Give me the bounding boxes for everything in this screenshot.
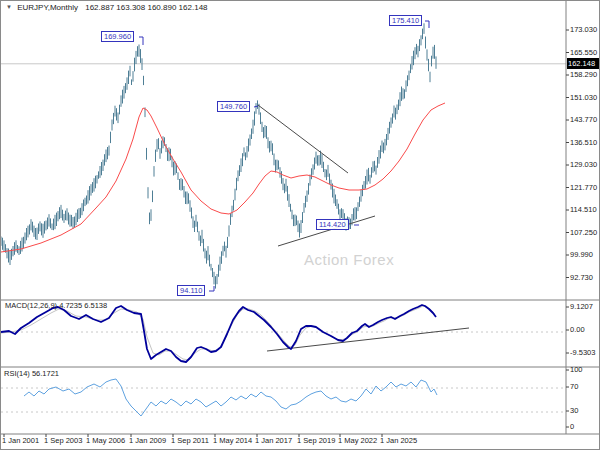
tag-connector	[425, 21, 429, 28]
macd-axis-label: 0.00	[570, 326, 585, 334]
price-tag[interactable]: 94.110	[177, 285, 205, 296]
symbol-dropdown-icon[interactable]: ▼	[6, 4, 12, 10]
price-axis-label: 143.770	[570, 116, 597, 124]
time-axis-label: 1 May 2022	[338, 437, 377, 445]
chart-title: ▼ EURJPY,Monthly 162.887 163.308 160.890…	[6, 3, 208, 12]
time-axis-label: 1 Jan 2001	[2, 437, 39, 445]
price-axis-label: 92.730	[570, 274, 593, 282]
rsi-line	[24, 379, 437, 416]
time-axis-label: 1 Jan 2017	[255, 437, 292, 445]
chart-window: ▼ EURJPY,Monthly 162.887 163.308 160.890…	[0, 0, 600, 450]
moving-average-line	[1, 103, 445, 252]
time-axis-label: 1 Sep 2011	[171, 437, 209, 445]
rsi-axis-label: 30	[570, 407, 578, 415]
macd-axis-label: 9.1207	[570, 303, 593, 311]
price-axis-label: 165.550	[570, 49, 597, 57]
rsi-indicator-label: RSI(14) 56.1721	[4, 369, 59, 378]
price-axis-label: 136.510	[570, 139, 597, 147]
current-price-tag: 162.148	[567, 58, 600, 69]
price-axis-label: 99.990	[570, 251, 593, 259]
symbol-period-label: EURJPY,Monthly	[17, 3, 78, 12]
macd-signal-line	[1, 306, 435, 360]
price-axis-label: 151.030	[570, 94, 597, 102]
chart-canvas[interactable]	[1, 1, 600, 450]
tag-connector	[209, 286, 214, 291]
price-axis-label: 129.030	[570, 161, 597, 169]
time-axis-label: 1 May 2006	[86, 437, 125, 445]
price-tag[interactable]: 169.960	[101, 31, 134, 42]
price-axis-label: 173.030	[570, 26, 597, 34]
time-axis-label: 1 Jan 2009	[129, 437, 166, 445]
macd-indicator-label: MACD(12,26,9) 4.7235 6.5138	[5, 301, 107, 310]
rsi-axis-label: 0	[570, 423, 574, 431]
macd-line	[1, 305, 436, 362]
price-axis-label: 107.250	[570, 229, 597, 237]
price-tag[interactable]: 149.760	[217, 101, 250, 112]
price-axis-label: 114.510	[570, 206, 597, 214]
rsi-axis-label: 100	[570, 366, 583, 374]
macd-axis-label: -9.5303	[570, 349, 595, 357]
price-axis-label: 158.290	[570, 71, 597, 79]
rsi-axis-label: 70	[570, 383, 578, 391]
tag-connector	[139, 37, 143, 45]
time-axis-label: 1 Sep 2019	[297, 437, 335, 445]
time-axis-label: 1 Jan 2025	[380, 437, 417, 445]
price-tag[interactable]: 175.410	[389, 15, 422, 26]
time-axis-label: 1 Sep 2003	[44, 437, 82, 445]
watermark: Action Forex	[304, 251, 394, 268]
price-bars	[1, 23, 436, 288]
price-tag[interactable]: 114.420	[316, 219, 349, 230]
trendline[interactable]	[258, 105, 348, 173]
price-axis-label: 121.770	[570, 184, 597, 192]
time-axis-label: 1 May 2014	[213, 437, 252, 445]
ohlc-values: 162.887 163.308 160.890 162.148	[85, 3, 207, 12]
